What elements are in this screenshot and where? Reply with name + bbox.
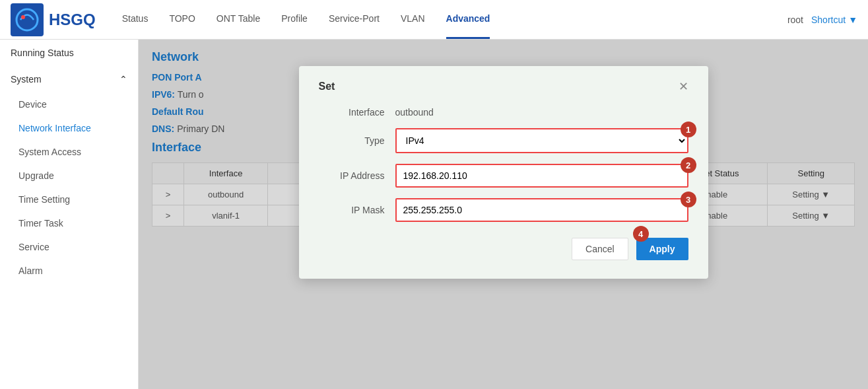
interface-value: outbound [395, 107, 434, 118]
nav-user: root [787, 15, 803, 25]
chevron-down-icon: ▼ [848, 15, 857, 25]
form-row-interface: Interface outbound [319, 107, 688, 118]
content-area: Network PON Port A IPV6: Turn o Default … [139, 40, 868, 389]
step-badge-3: 3 [681, 192, 696, 207]
main-layout: Running Status System ⌃ Device Network I… [0, 40, 868, 389]
sidebar-item-service[interactable]: Service [0, 235, 138, 259]
form-row-ip: IP Address 2 [319, 164, 688, 188]
nav-profile[interactable]: Profile [281, 0, 308, 39]
sidebar-item-network-interface[interactable]: Network Interface [0, 116, 138, 140]
step-badge-2: 2 [681, 157, 696, 173]
sidebar-item-timer-task[interactable]: Timer Task [0, 211, 138, 235]
collapse-icon: ⌃ [119, 74, 127, 85]
sidebar-item-system-access[interactable]: System Access [0, 140, 138, 164]
cancel-button[interactable]: Cancel [572, 238, 628, 260]
nav-advanced[interactable]: Advanced [446, 0, 490, 39]
dialog-overlay: Set ✕ Interface outbound Type IPv4 IPv6 … [139, 40, 868, 389]
type-label: Type [319, 135, 385, 146]
svg-point-1 [21, 15, 25, 19]
sidebar-item-alarm[interactable]: Alarm [0, 259, 138, 283]
logo-area: HSGQ [11, 3, 96, 36]
dialog-close-button[interactable]: ✕ [679, 79, 688, 94]
dialog-footer: 4 Cancel Apply [319, 238, 688, 260]
ip-address-label: IP Address [319, 170, 385, 181]
dialog-header: Set ✕ [319, 79, 688, 94]
form-row-mask: IP Mask 3 [319, 198, 688, 222]
logo-text: HSGQ [49, 11, 96, 29]
form-row-type: Type IPv4 IPv6 DHCP 1 [319, 128, 688, 153]
nav-items: Status TOPO ONT Table Profile Service-Po… [122, 0, 787, 39]
sidebar-item-device[interactable]: Device [0, 92, 138, 116]
sidebar-item-upgrade[interactable]: Upgrade [0, 164, 138, 188]
type-select[interactable]: IPv4 IPv6 DHCP [395, 128, 688, 153]
sidebar-running-status[interactable]: Running Status [0, 40, 138, 66]
interface-label: Interface [319, 107, 385, 118]
step-badge-1: 1 [681, 122, 696, 137]
svg-point-0 [17, 9, 38, 30]
nav-service-port[interactable]: Service-Port [329, 0, 380, 39]
ip-address-input[interactable] [395, 164, 688, 188]
sidebar-item-time-setting[interactable]: Time Setting [0, 188, 138, 211]
ip-mask-input[interactable] [395, 198, 688, 222]
logo-icon [11, 3, 44, 36]
top-nav: HSGQ Status TOPO ONT Table Profile Servi… [0, 0, 868, 40]
step-badge-4: 4 [633, 226, 649, 242]
sidebar: Running Status System ⌃ Device Network I… [0, 40, 139, 389]
sidebar-system[interactable]: System ⌃ [0, 66, 138, 92]
ip-mask-label: IP Mask [319, 205, 385, 215]
set-dialog: Set ✕ Interface outbound Type IPv4 IPv6 … [299, 66, 708, 279]
nav-vlan[interactable]: VLAN [401, 0, 425, 39]
nav-ont-table[interactable]: ONT Table [217, 0, 260, 39]
nav-shortcut[interactable]: Shortcut ▼ [811, 15, 857, 25]
nav-topo[interactable]: TOPO [169, 0, 195, 39]
nav-status[interactable]: Status [122, 0, 149, 39]
nav-right: root Shortcut ▼ [787, 15, 857, 25]
dialog-title: Set [319, 81, 335, 92]
